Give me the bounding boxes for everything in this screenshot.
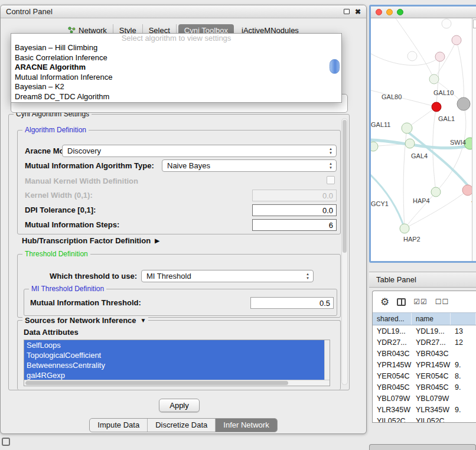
column-header[interactable]: shared...	[373, 313, 412, 325]
close-icon[interactable]: ✖	[355, 8, 361, 15]
table-panel-header: Table Panel	[369, 272, 476, 288]
popup-item[interactable]: Basic Correlation Inference	[11, 53, 341, 63]
popup-scrollbar-thumb[interactable]	[330, 59, 340, 74]
network-node-label: SWI4	[450, 139, 466, 146]
table-cell: YDL19...	[373, 325, 412, 337]
network-node[interactable]	[431, 187, 441, 197]
unchecked-boxes-icon[interactable]: ☐☐	[435, 298, 449, 305]
control-panel-titlebar[interactable]: Control Panel ✖	[1, 5, 366, 18]
popup-item[interactable]: Bayesian – Hill Climbing	[11, 43, 341, 53]
mi-threshold-field[interactable]	[250, 297, 334, 309]
combo-value: Naive Bayes	[167, 161, 210, 170]
mi-steps-field[interactable]	[252, 219, 337, 231]
network-node[interactable]	[402, 123, 412, 133]
float-window-icon[interactable]	[344, 9, 350, 14]
table-row[interactable]: YBR045CYBR045C9.	[373, 381, 476, 393]
tab-infer-network[interactable]: Infer Network	[216, 419, 276, 432]
data-attributes-label: Data Attributes	[24, 328, 79, 337]
network-window-titlebar[interactable]	[371, 6, 476, 18]
network-node[interactable]	[442, 19, 451, 28]
popup-item[interactable]: Mutual Information Inference	[11, 73, 341, 83]
which-threshold-select[interactable]: MI Threshold ▲▼	[141, 270, 314, 282]
table-row[interactable]: YER054CYER054C8.	[373, 370, 476, 381]
minimized-panel-icon[interactable]	[2, 438, 10, 446]
network-node[interactable]	[405, 139, 415, 148]
table-row[interactable]: YPR145WYPR145W9.	[373, 359, 476, 370]
table-cell: 9.	[451, 381, 476, 393]
list-horizontal-scrollbar[interactable]	[24, 380, 330, 386]
network-node[interactable]	[429, 74, 439, 84]
list-item[interactable]: BetweennessCentrality	[24, 360, 324, 370]
columns-icon[interactable]	[397, 298, 406, 306]
gear-icon[interactable]: ⚙	[380, 297, 389, 307]
list-vertical-scrollbar[interactable]	[324, 340, 330, 380]
data-attributes-list[interactable]: SelfLoops TopologicalCoefficient Between…	[24, 340, 330, 386]
settings-scrollbar[interactable]	[341, 118, 348, 385]
network-node[interactable]	[452, 35, 461, 45]
network-edge[interactable]	[371, 90, 436, 107]
table-cell: YER054C	[373, 370, 412, 381]
network-node[interactable]	[371, 142, 378, 151]
table-cell: YBR045C	[373, 381, 412, 393]
network-node[interactable]	[435, 52, 445, 61]
network-edge[interactable]	[371, 54, 440, 66]
apply-button[interactable]: Apply	[159, 399, 200, 412]
popup-item[interactable]: Bayesian – K2	[11, 82, 341, 92]
table-row[interactable]: YDR27...YDR27...12	[373, 337, 476, 348]
network-node[interactable]	[432, 102, 441, 112]
scrollbar-thumb[interactable]	[343, 120, 347, 253]
aracne-mode-select[interactable]: Discovery ▲▼	[62, 145, 337, 157]
table-cell: YDR27...	[373, 337, 412, 348]
network-edge[interactable]	[457, 40, 464, 104]
mi-steps-label: Mutual Information Steps:	[25, 220, 119, 229]
network-node[interactable]	[462, 185, 472, 195]
combo-arrows-icon: ▲▼	[329, 162, 332, 170]
network-edge[interactable]	[396, 18, 434, 79]
expanded-arrow-icon: ▼	[141, 317, 146, 324]
manual-kernel-label: Manual Kernel Width Definition	[25, 177, 138, 185]
table-row[interactable]: YBR043CYBR043C	[373, 348, 476, 359]
network-node[interactable]	[457, 97, 470, 110]
close-button[interactable]	[376, 9, 382, 15]
network-node[interactable]	[400, 224, 409, 233]
table-row[interactable]: YLR345WYLR345W9.	[373, 404, 476, 415]
mi-algorithm-type-select[interactable]: Naive Bayes ▲▼	[162, 159, 337, 172]
table-cell: YPR145W	[373, 359, 412, 370]
minimize-button[interactable]	[386, 9, 393, 15]
network-edge[interactable]	[433, 107, 436, 192]
table-row[interactable]: YIL052CYIL052C	[373, 415, 476, 423]
window-controls: ✖	[344, 8, 361, 15]
manual-kernel-checkbox[interactable]	[327, 176, 335, 184]
checked-boxes-icon[interactable]: ☑☑	[413, 298, 428, 305]
list-item[interactable]: SelfLoops	[24, 340, 324, 350]
table-cell: 9.	[451, 404, 476, 415]
network-node-label: GAL1	[438, 115, 455, 122]
dpi-tolerance-field[interactable]	[252, 204, 337, 216]
popup-item-selected[interactable]: ARACNE Algorithm	[11, 63, 341, 73]
tab-discretize-data[interactable]: Discretize Data	[148, 419, 216, 432]
sources-toggle[interactable]: Sources for Network Inference ▼	[22, 316, 148, 325]
table-row[interactable]: YBL079WYBL079W	[373, 393, 476, 404]
table-cell: YIL052C	[373, 415, 412, 423]
network-scrollbar[interactable]	[472, 18, 476, 262]
kernel-width-field[interactable]	[252, 190, 337, 201]
kernel-width-label: Kernel Width (0,1):	[25, 191, 93, 200]
network-node[interactable]	[407, 51, 417, 61]
list-item[interactable]: TopologicalCoefficient	[24, 350, 324, 360]
tab-impute-data[interactable]: Impute Data	[90, 419, 148, 432]
scrollbar-thumb[interactable]	[25, 381, 288, 385]
list-item[interactable]: gal4RGexp	[24, 370, 324, 380]
table-cell	[451, 393, 476, 404]
network-node-label: GAL80	[382, 93, 402, 100]
column-header[interactable]: name	[412, 313, 451, 325]
hub-definition-toggle[interactable]: Hub/Transcription Factor Definition ▶	[22, 236, 159, 245]
table-row[interactable]: YDL19...YDL19...13	[373, 325, 476, 337]
network-node-label: GAL4	[411, 152, 428, 159]
network-canvas[interactable]: GAL80GAL10GAL1GAL11SWI4GAL4GCY1HAP4HAP2Y	[371, 18, 472, 262]
popup-item[interactable]: Dream8 DC_TDC Algorithm	[11, 92, 341, 102]
zoom-button[interactable]	[397, 9, 403, 15]
table-cell: YBL079W	[412, 393, 451, 404]
column-header[interactable]	[451, 313, 476, 325]
segmented-control: Impute Data Discretize Data Infer Networ…	[89, 418, 277, 432]
scroll-arrow-box[interactable]	[473, 19, 476, 28]
